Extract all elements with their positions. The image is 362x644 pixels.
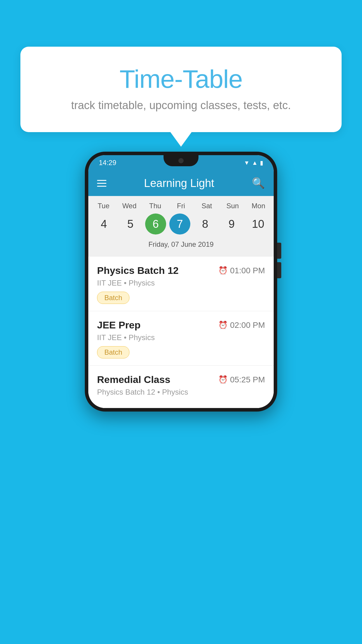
- bubble-subtitle: track timetable, upcoming classes, tests…: [44, 99, 318, 112]
- side-buttons: [277, 243, 281, 278]
- selected-date-label: Friday, 07 June 2019: [88, 238, 274, 254]
- day-6-today[interactable]: 6: [145, 214, 166, 235]
- clock-icon-2: ⏰: [218, 321, 228, 330]
- class-list: Physics Batch 12 ⏰ 01:00 PM IIT JEE • Ph…: [88, 257, 274, 408]
- app-title: Learning Light: [106, 177, 252, 190]
- class-item-3[interactable]: Remedial Class ⏰ 05:25 PM Physics Batch …: [88, 366, 274, 408]
- class-item-1[interactable]: Physics Batch 12 ⏰ 01:00 PM IIT JEE • Ph…: [88, 257, 274, 311]
- day-label-wed: Wed: [118, 202, 141, 210]
- status-time: 14:29: [99, 159, 116, 167]
- class-1-batch-tag: Batch: [97, 292, 129, 304]
- battery-icon: ▮: [260, 159, 263, 166]
- day-label-mon: Mon: [247, 202, 270, 210]
- class-item-2[interactable]: JEE Prep ⏰ 02:00 PM IIT JEE • Physics Ba…: [88, 311, 274, 366]
- day-5[interactable]: 5: [119, 218, 142, 230]
- status-icons: ▼ ▲ ▮: [244, 159, 263, 166]
- day-labels: Tue Wed Thu Fri Sat Sun Mon: [88, 202, 274, 210]
- hamburger-menu-icon[interactable]: [97, 180, 106, 187]
- class-2-batch-tag: Batch: [97, 346, 129, 358]
- class-2-time: ⏰ 02:00 PM: [218, 321, 265, 330]
- volume-btn-1: [277, 243, 281, 259]
- signal-icon: ▲: [252, 160, 258, 166]
- clock-icon-1: ⏰: [218, 266, 228, 275]
- day-9[interactable]: 9: [220, 218, 243, 230]
- phone-screen: 14:29 ▼ ▲ ▮ Learning Light 🔍: [88, 155, 274, 408]
- day-label-fri: Fri: [169, 202, 193, 210]
- day-label-tue: Tue: [92, 202, 115, 210]
- search-icon[interactable]: 🔍: [252, 177, 265, 189]
- speech-bubble-container: Time-Table track timetable, upcoming cla…: [20, 47, 342, 132]
- class-1-meta: IIT JEE • Physics: [97, 279, 265, 288]
- speech-bubble: Time-Table track timetable, upcoming cla…: [20, 47, 342, 132]
- phone-mockup: 14:29 ▼ ▲ ▮ Learning Light 🔍: [85, 152, 277, 412]
- class-item-3-header: Remedial Class ⏰ 05:25 PM: [97, 374, 265, 385]
- day-label-sun: Sun: [221, 202, 244, 210]
- day-label-sat: Sat: [195, 202, 219, 210]
- class-3-meta: Physics Batch 12 • Physics: [97, 388, 265, 397]
- day-8[interactable]: 8: [194, 218, 217, 230]
- class-3-name: Remedial Class: [97, 374, 170, 385]
- class-1-time: ⏰ 01:00 PM: [218, 266, 265, 275]
- day-label-thu: Thu: [143, 202, 167, 210]
- phone-frame: 14:29 ▼ ▲ ▮ Learning Light 🔍: [85, 152, 277, 412]
- class-item-2-header: JEE Prep ⏰ 02:00 PM: [97, 319, 265, 331]
- day-4[interactable]: 4: [92, 218, 115, 230]
- day-numbers: 4 5 6 7 8 9 10: [88, 210, 274, 238]
- class-3-time: ⏰ 05:25 PM: [218, 375, 265, 384]
- camera-dot: [178, 158, 184, 163]
- bubble-title: Time-Table: [44, 64, 318, 94]
- class-item-1-header: Physics Batch 12 ⏰ 01:00 PM: [97, 265, 265, 276]
- day-10[interactable]: 10: [246, 218, 270, 230]
- wifi-icon: ▼: [244, 160, 249, 166]
- class-1-name: Physics Batch 12: [97, 265, 179, 276]
- volume-btn-2: [277, 262, 281, 278]
- app-header: Learning Light 🔍: [88, 170, 274, 196]
- class-2-name: JEE Prep: [97, 319, 140, 331]
- calendar-section: Tue Wed Thu Fri Sat Sun Mon 4 5 6 7 8 9 …: [88, 196, 274, 257]
- clock-icon-3: ⏰: [218, 375, 228, 384]
- day-7-selected[interactable]: 7: [169, 214, 190, 235]
- class-2-meta: IIT JEE • Physics: [97, 333, 265, 342]
